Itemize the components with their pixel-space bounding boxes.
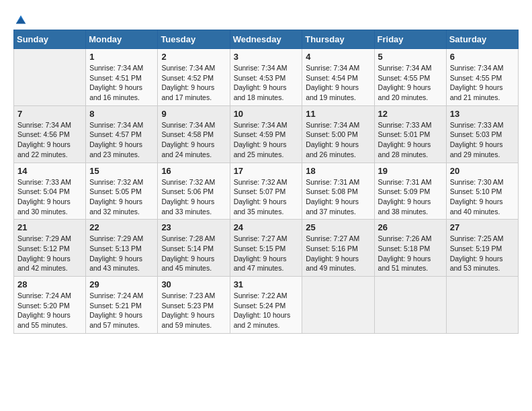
calendar-cell: 21Sunrise: 7:29 AMSunset: 5:12 PMDayligh…: [14, 220, 86, 277]
calendar-cell: 24Sunrise: 7:27 AMSunset: 5:15 PMDayligh…: [230, 220, 302, 277]
day-info: Sunrise: 7:24 AMSunset: 5:21 PMDaylight:…: [89, 291, 154, 330]
day-number: 31: [234, 279, 299, 289]
calendar-cell: 26Sunrise: 7:26 AMSunset: 5:18 PMDayligh…: [374, 220, 446, 277]
day-info: Sunrise: 7:27 AMSunset: 5:16 PMDaylight:…: [306, 234, 370, 273]
calendar-cell: 31Sunrise: 7:22 AMSunset: 5:24 PMDayligh…: [230, 277, 302, 334]
day-info: Sunrise: 7:34 AMSunset: 4:52 PMDaylight:…: [161, 63, 226, 103]
calendar-cell: 17Sunrise: 7:32 AMSunset: 5:07 PMDayligh…: [230, 163, 302, 220]
day-info: Sunrise: 7:34 AMSunset: 4:53 PMDaylight:…: [234, 63, 299, 103]
day-number: 5: [378, 52, 443, 62]
day-number: 23: [161, 222, 226, 232]
calendar-cell: [374, 277, 446, 334]
day-number: 8: [89, 109, 154, 119]
day-info: Sunrise: 7:29 AMSunset: 5:12 PMDaylight:…: [17, 234, 82, 273]
day-number: 22: [89, 222, 154, 232]
calendar-cell: 14Sunrise: 7:33 AMSunset: 5:04 PMDayligh…: [14, 163, 86, 220]
day-number: 19: [378, 166, 443, 176]
day-info: Sunrise: 7:33 AMSunset: 5:03 PMDaylight:…: [450, 120, 515, 160]
calendar-cell: 13Sunrise: 7:33 AMSunset: 5:03 PMDayligh…: [446, 105, 518, 163]
day-info: Sunrise: 7:34 AMSunset: 4:54 PMDaylight:…: [306, 63, 370, 103]
day-info: Sunrise: 7:34 AMSunset: 4:59 PMDaylight:…: [234, 120, 299, 160]
day-number: 27: [450, 222, 515, 232]
calendar-cell: 19Sunrise: 7:31 AMSunset: 5:09 PMDayligh…: [374, 163, 446, 220]
day-info: Sunrise: 7:32 AMSunset: 5:06 PMDaylight:…: [161, 177, 226, 217]
day-info: Sunrise: 7:32 AMSunset: 5:05 PMDaylight:…: [89, 177, 154, 217]
day-info: Sunrise: 7:34 AMSunset: 4:56 PMDaylight:…: [17, 120, 82, 160]
calendar-cell: 29Sunrise: 7:24 AMSunset: 5:21 PMDayligh…: [86, 277, 158, 334]
calendar-cell: 1Sunrise: 7:34 AMSunset: 4:51 PMDaylight…: [86, 49, 158, 106]
day-header-friday: Friday: [374, 30, 446, 49]
calendar-cell: 18Sunrise: 7:31 AMSunset: 5:08 PMDayligh…: [302, 163, 374, 220]
day-number: 7: [17, 109, 82, 119]
day-info: Sunrise: 7:25 AMSunset: 5:19 PMDaylight:…: [450, 234, 515, 273]
day-header-monday: Monday: [86, 30, 158, 49]
week-row-1: 1Sunrise: 7:34 AMSunset: 4:51 PMDaylight…: [14, 49, 519, 106]
day-number: 10: [234, 109, 299, 119]
calendar-cell: 16Sunrise: 7:32 AMSunset: 5:06 PMDayligh…: [158, 163, 230, 220]
day-info: Sunrise: 7:34 AMSunset: 4:58 PMDaylight:…: [161, 120, 226, 160]
day-info: Sunrise: 7:34 AMSunset: 4:55 PMDaylight:…: [378, 63, 443, 103]
day-number: 18: [306, 166, 370, 176]
week-row-3: 14Sunrise: 7:33 AMSunset: 5:04 PMDayligh…: [14, 163, 519, 220]
day-info: Sunrise: 7:34 AMSunset: 4:55 PMDaylight:…: [450, 63, 515, 103]
calendar-cell: [302, 277, 374, 334]
day-number: 25: [306, 222, 370, 232]
day-number: 17: [234, 166, 299, 176]
day-info: Sunrise: 7:32 AMSunset: 5:07 PMDaylight:…: [234, 177, 299, 217]
day-number: 16: [161, 166, 226, 176]
day-number: 26: [378, 222, 443, 232]
calendar-cell: 30Sunrise: 7:23 AMSunset: 5:23 PMDayligh…: [158, 277, 230, 334]
day-info: Sunrise: 7:33 AMSunset: 5:01 PMDaylight:…: [378, 120, 443, 160]
calendar-cell: 20Sunrise: 7:30 AMSunset: 5:10 PMDayligh…: [446, 163, 518, 220]
day-info: Sunrise: 7:29 AMSunset: 5:13 PMDaylight:…: [89, 234, 154, 273]
calendar-cell: 2Sunrise: 7:34 AMSunset: 4:52 PMDaylight…: [158, 49, 230, 106]
day-number: 24: [234, 222, 299, 232]
calendar-cell: [446, 277, 518, 334]
day-info: Sunrise: 7:34 AMSunset: 4:57 PMDaylight:…: [89, 120, 154, 160]
day-number: 11: [306, 109, 370, 119]
day-info: Sunrise: 7:23 AMSunset: 5:23 PMDaylight:…: [161, 291, 226, 330]
day-number: 3: [234, 52, 299, 62]
day-info: Sunrise: 7:30 AMSunset: 5:10 PMDaylight:…: [450, 177, 515, 217]
calendar-cell: 9Sunrise: 7:34 AMSunset: 4:58 PMDaylight…: [158, 105, 230, 163]
day-number: 12: [378, 109, 443, 119]
calendar-cell: 3Sunrise: 7:34 AMSunset: 4:53 PMDaylight…: [230, 49, 302, 106]
day-number: 21: [17, 222, 82, 232]
day-header-saturday: Saturday: [446, 30, 518, 49]
calendar-cell: 15Sunrise: 7:32 AMSunset: 5:05 PMDayligh…: [86, 163, 158, 220]
day-number: 6: [450, 52, 515, 62]
day-info: Sunrise: 7:31 AMSunset: 5:09 PMDaylight:…: [378, 177, 443, 217]
day-number: 4: [306, 52, 370, 62]
day-info: Sunrise: 7:26 AMSunset: 5:18 PMDaylight:…: [378, 234, 443, 273]
page-header: [13, 13, 519, 23]
day-header-tuesday: Tuesday: [158, 30, 230, 49]
calendar-cell: 23Sunrise: 7:28 AMSunset: 5:14 PMDayligh…: [158, 220, 230, 277]
day-info: Sunrise: 7:31 AMSunset: 5:08 PMDaylight:…: [306, 177, 370, 217]
day-number: 29: [89, 279, 154, 289]
week-row-5: 28Sunrise: 7:24 AMSunset: 5:20 PMDayligh…: [14, 277, 519, 334]
calendar-table: SundayMondayTuesdayWednesdayThursdayFrid…: [13, 30, 519, 334]
calendar-cell: 8Sunrise: 7:34 AMSunset: 4:57 PMDaylight…: [86, 105, 158, 163]
calendar-cell: 4Sunrise: 7:34 AMSunset: 4:54 PMDaylight…: [302, 49, 374, 106]
calendar-cell: 7Sunrise: 7:34 AMSunset: 4:56 PMDaylight…: [14, 105, 86, 163]
calendar-cell: 11Sunrise: 7:34 AMSunset: 5:00 PMDayligh…: [302, 105, 374, 163]
day-info: Sunrise: 7:28 AMSunset: 5:14 PMDaylight:…: [161, 234, 226, 273]
week-row-2: 7Sunrise: 7:34 AMSunset: 4:56 PMDaylight…: [14, 105, 519, 163]
day-number: 28: [17, 279, 82, 289]
calendar-cell: 27Sunrise: 7:25 AMSunset: 5:19 PMDayligh…: [446, 220, 518, 277]
day-info: Sunrise: 7:34 AMSunset: 5:00 PMDaylight:…: [306, 120, 370, 160]
day-header-wednesday: Wednesday: [230, 30, 302, 49]
logo-icon: [15, 13, 27, 26]
logo: [13, 13, 27, 23]
day-info: Sunrise: 7:22 AMSunset: 5:24 PMDaylight:…: [234, 291, 299, 330]
day-number: 13: [450, 109, 515, 119]
day-number: 20: [450, 166, 515, 176]
calendar-cell: 10Sunrise: 7:34 AMSunset: 4:59 PMDayligh…: [230, 105, 302, 163]
day-header-sunday: Sunday: [14, 30, 86, 49]
calendar-cell: [14, 49, 86, 106]
day-number: 1: [89, 52, 154, 62]
day-number: 9: [161, 109, 226, 119]
svg-marker-1: [16, 17, 26, 24]
calendar-cell: 12Sunrise: 7:33 AMSunset: 5:01 PMDayligh…: [374, 105, 446, 163]
calendar-cell: 6Sunrise: 7:34 AMSunset: 4:55 PMDaylight…: [446, 49, 518, 106]
